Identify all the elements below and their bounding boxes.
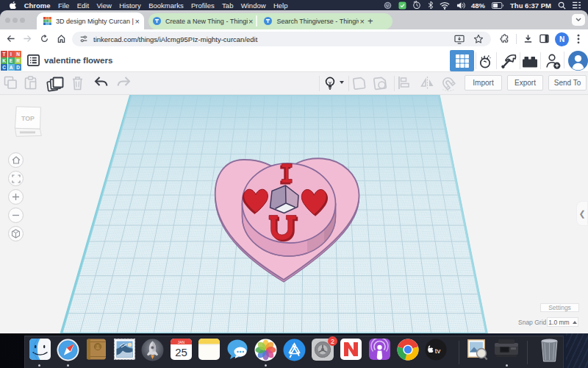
svg-text:JAN: JAN (178, 340, 185, 344)
svg-text:TOP: TOP (21, 115, 35, 122)
svg-text:tv: tv (435, 347, 441, 355)
svg-text:25: 25 (175, 346, 187, 358)
